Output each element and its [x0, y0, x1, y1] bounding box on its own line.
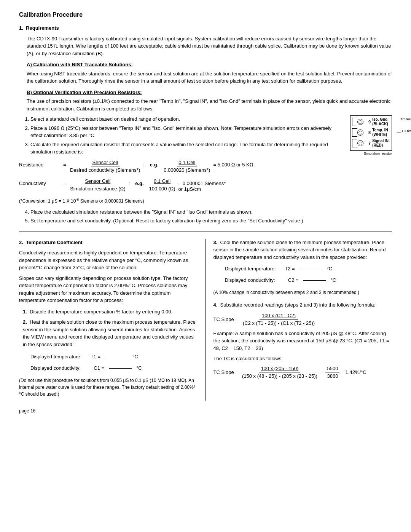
section4-tc-calc: The TC is calculated as follows: — [213, 355, 392, 363]
tc-slope-calc: TC Slope = 100 x (205 - 150) (150 x (48 … — [213, 366, 392, 379]
displayed-temp-row2: Displayed temperature: T2 = °C — [225, 264, 392, 274]
section1-intro: The CDTX-90 Transmitter is factory calib… — [27, 35, 392, 58]
step-1: Select a standard cell constant based on… — [30, 115, 392, 123]
step-3: Calculate the required simulation resist… — [30, 141, 392, 156]
tc-denominator: (C2 x (T1 - 25)) - (C1 x (T2 - 25)) — [241, 320, 317, 326]
displayed-cond-row1: Displayed conductivity: C1 = °C — [30, 363, 198, 373]
section4-example: Example: A sample solution has a conduct… — [213, 330, 392, 352]
steps-4-5: Place the calculated simulation resistan… — [30, 208, 392, 225]
step-4: Place the calculated simulation resistan… — [30, 208, 392, 216]
conductivity-eg-denominator: 100,000 (Ω) — [148, 185, 177, 192]
section-divider — [19, 232, 392, 232]
section1-title: Requirements — [26, 25, 59, 31]
conversion-note: (*Conversion: 1 μS = 1 X 10-6 Siemens or… — [19, 197, 392, 204]
resistance-denominator: Desired conductivity (Siemens*) — [68, 166, 142, 173]
section2-step1: 1. Disable the temperature compensation … — [23, 308, 198, 316]
section1-number: 1. — [19, 25, 23, 31]
page-number: page 16 — [19, 408, 392, 414]
connector-diagram: ◯ 9 Iso. Gnd(BLACK) TC resistor ◯ 8 Temp… — [350, 115, 392, 155]
tc-frac-num: 5500 — [325, 366, 339, 372]
resistance-eg-label: e.g. — [150, 160, 158, 168]
resistance-formula: Resistance = Sensor Cell Desired conduct… — [19, 160, 392, 173]
subsectionB-title: B) Optional Verification with Precision … — [27, 89, 392, 96]
conductivity-numerator: Sensor Cell — [83, 178, 112, 185]
subsectionB-text: The use of precision resistors (±0.1%) c… — [27, 97, 392, 112]
step-5: Set temperature and set conductivity. (O… — [30, 217, 392, 225]
two-col-section: 2. Temperature Coefficient Conductivity … — [19, 239, 392, 401]
step-2: Place a 1096 Ω (25°C) resistor between "… — [30, 125, 392, 139]
conductivity-eg-label: e.g. — [135, 178, 143, 186]
displayed-cond-row2: Displayed conductivity: C2 = °C — [225, 275, 392, 285]
resistance-numerator: Sensor Cell — [91, 160, 119, 166]
section2-title: Temperature Coefficient — [26, 240, 83, 245]
conductivity-eq: = — [61, 178, 68, 186]
subsectionB-steps: Select a standard cell constant based on… — [30, 115, 392, 156]
resistance-result: = 5,000 Ω or 5 KΩ — [213, 160, 253, 168]
col-left: 2. Temperature Coefficient Conductivity … — [19, 239, 206, 401]
tc-num2: 100 x (205 - 150) — [259, 366, 300, 372]
resistance-eg-denominator: 0.000020 (Siemens*) — [162, 166, 212, 173]
page-title: Calibration Procedure — [19, 11, 392, 18]
section1: 1. Requirements The CDTX-90 Transmitter … — [19, 24, 392, 225]
col-right: 3. Cool the sample solution close to the… — [206, 239, 392, 401]
subsectionA-text: When using NIST traceable standards, ens… — [27, 70, 392, 85]
tc-den2: (150 x (48 - 25)) - (205 x (23 - 25)) — [241, 372, 319, 379]
tc-frac-den: 3860 — [325, 372, 339, 379]
section2-para2: Slopes can vary significantly depending … — [19, 275, 198, 304]
displayed-temp-row1: Displayed temperature: T1 = °C — [30, 352, 198, 362]
conductivity-result: = 0.000001 Siemens* or 1μS/cm — [178, 178, 226, 192]
tc-slope-formula: TC Slope = 100 x (C1 - C2) (C2 x (T1 - 2… — [213, 313, 392, 326]
conductivity-formula: Conductivity = Sensor Cell Simulation re… — [19, 178, 392, 192]
resistance-eq: = — [61, 160, 68, 168]
section4: 4. Substitute recorded readings (steps 2… — [213, 301, 392, 309]
section3: 3. Cool the sample solution close to the… — [213, 239, 392, 261]
tc-slope2-label: TC Slope = — [213, 369, 238, 375]
section2-step2: 2. Heat the sample solution close to the… — [23, 318, 198, 348]
tc-equals: = — [321, 369, 324, 375]
conductivity-denominator: Simulation resistance (Ω) — [68, 185, 127, 192]
subsectionA-title: A) Calibration with NIST Traceable Solut… — [27, 61, 392, 69]
resistance-label: Resistance — [19, 160, 61, 168]
section2-number: 2. — [19, 240, 23, 245]
displayed-values-block: Displayed temperature: T1 = °C Displayed… — [30, 352, 198, 373]
tc-numerator: 100 x (C1 - C2) — [260, 313, 298, 320]
conductivity-label: Conductivity — [19, 178, 61, 186]
tc-slope-label: TC Slope = — [213, 316, 238, 322]
section2-para1: Conductivity measurement is highly depen… — [19, 249, 198, 272]
conductivity-eg-numerator: 0.1 Cell — [152, 178, 172, 185]
section3-note: (A 10% change in conductivity between st… — [213, 289, 392, 296]
resistance-eg-numerator: 0.1 Cell — [177, 160, 197, 166]
tc-result: = 1.42%/°C — [341, 369, 366, 375]
do-not-note: (Do not use this procedure for solutions… — [19, 377, 198, 398]
displayed-values-block-3: Displayed temperature: T2 = °C Displayed… — [225, 264, 392, 285]
